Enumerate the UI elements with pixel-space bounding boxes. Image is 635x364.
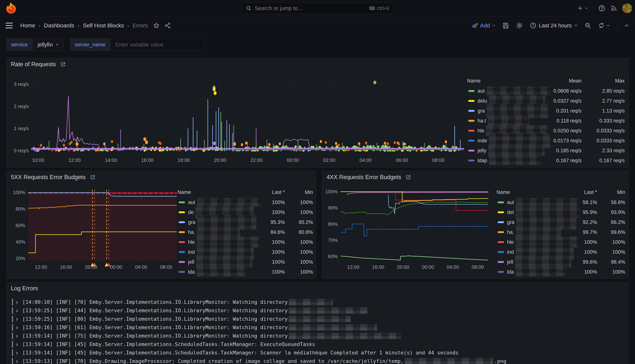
series-name-prefix: gra xyxy=(188,220,195,225)
legend-series-name[interactable]: aut xyxy=(467,87,532,95)
legend-series-name[interactable]: jell xyxy=(496,256,565,268)
legend-row[interactable]: ldap0.167 req/s0.167 req/s xyxy=(467,156,625,166)
external-link-icon[interactable] xyxy=(60,61,66,67)
legend-row[interactable]: inde0.0173 req/s0.0333 req/s xyxy=(467,136,625,146)
legend-col-name[interactable]: Name xyxy=(178,190,253,195)
series-name-prefix: aut xyxy=(478,88,485,94)
legend-row[interactable]: aut100%100% xyxy=(178,197,313,207)
chart-canvas[interactable] xyxy=(341,190,488,261)
log-line[interactable]: ›[13:59:13] [INF] [70] Emby.Drawing.Imag… xyxy=(12,357,625,364)
time-range-picker[interactable]: Last 24 hours xyxy=(530,22,578,29)
panel-title[interactable]: Rate of Requests xyxy=(11,61,56,68)
y-axis-tick-label: 60% xyxy=(328,253,338,259)
expand-log-icon[interactable]: › xyxy=(16,298,22,306)
legend-row[interactable]: gra0.201 req/s1.13 req/s xyxy=(467,106,625,116)
external-link-icon[interactable] xyxy=(405,174,411,180)
save-dashboard-button[interactable] xyxy=(502,22,509,29)
legend-series-name[interactable]: aut xyxy=(496,198,565,206)
legend-row[interactable]: lda100%100% xyxy=(178,267,313,277)
variable-picker-service[interactable]: jellyfin xyxy=(33,38,64,51)
chart-canvas[interactable] xyxy=(32,74,463,154)
legend-col-last[interactable]: Last * xyxy=(565,190,597,195)
legend-value: 84.6% xyxy=(253,229,285,235)
legend-series-name[interactable]: lda xyxy=(496,268,565,276)
legend-col-min[interactable]: Min xyxy=(285,190,313,195)
fivexx-chart[interactable]: 20%40%60%80%100%12:0016:0020:0000:0004:0… xyxy=(28,190,177,261)
search-input[interactable]: Search or jump to... ctrl+k xyxy=(242,2,393,14)
legend-row[interactable]: jell99.6%98.4% xyxy=(496,257,625,267)
breadcrumb-home[interactable]: Home xyxy=(20,22,35,29)
legend-row[interactable]: ind100%100% xyxy=(496,247,625,257)
news-button[interactable] xyxy=(610,5,617,12)
series-name-prefix: gra xyxy=(507,220,514,225)
log-line[interactable]: ›[13:59:14] [INF] [45] Emby.Server.Imple… xyxy=(12,348,625,357)
expand-log-icon[interactable]: › xyxy=(16,341,22,348)
legend-col-last[interactable]: Last * xyxy=(253,190,285,195)
fourxx-chart[interactable]: 60%70%80%90%100%12:0016:0020:0000:0004:0… xyxy=(341,190,488,261)
log-line[interactable]: ›[13:59:16] [INF] [61] Emby.Server.Imple… xyxy=(12,323,625,332)
star-icon[interactable] xyxy=(153,22,160,29)
expand-log-icon[interactable]: › xyxy=(16,349,22,356)
legend-col-min[interactable]: Min xyxy=(597,190,625,195)
legend-col-name[interactable]: Name xyxy=(467,78,532,84)
expand-log-icon[interactable]: › xyxy=(16,358,22,364)
expand-log-icon[interactable]: › xyxy=(16,332,22,339)
legend-series-name[interactable]: lda xyxy=(178,268,253,276)
log-line[interactable]: ›[13:59:25] [INF] [44] Emby.Server.Imple… xyxy=(12,306,625,315)
grafana-logo[interactable] xyxy=(5,2,17,14)
log-line[interactable]: ›[13:59:25] [INF] [80] Emby.Server.Imple… xyxy=(12,315,625,323)
breadcrumb: Home › Dashboards › Self Host Blocks › E… xyxy=(20,22,148,29)
x-axis-tick-label: 20:00 xyxy=(85,264,97,270)
new-menu-button[interactable] xyxy=(577,6,588,11)
series-name-prefix: hle xyxy=(507,239,514,245)
legend-row[interactable]: lda100%100% xyxy=(496,267,625,277)
dashboard-settings-button[interactable] xyxy=(516,22,523,29)
legend-series-name[interactable]: jell xyxy=(178,256,253,268)
expand-log-icon[interactable]: › xyxy=(16,316,22,322)
panel-title[interactable]: Log Errors xyxy=(11,285,38,292)
legend-row[interactable]: ha.99.7%99.6% xyxy=(496,227,625,237)
legend-col-mean[interactable]: Mean xyxy=(532,78,581,84)
menu-toggle-icon[interactable] xyxy=(6,23,13,28)
breadcrumb-folder[interactable]: Self Host Blocks xyxy=(83,22,124,29)
x-axis-tick-label: 12:00 xyxy=(69,157,81,163)
legend-row[interactable]: aut0.0608 req/s2.85 req/s xyxy=(467,86,625,96)
chevron-down-icon xyxy=(574,24,578,28)
panel-title[interactable]: 4XX Requests Error Budgets xyxy=(327,174,401,180)
rate-legend: NameMeanMaxaut0.0608 req/s2.85 req/sdelu… xyxy=(467,76,625,166)
legend-series-name[interactable]: ldap xyxy=(467,156,532,165)
legend-row[interactable]: gra92.2%86.2% xyxy=(496,217,625,227)
breadcrumb-dashboards[interactable]: Dashboards xyxy=(44,22,74,29)
legend-col-max[interactable]: Max xyxy=(581,78,625,84)
log-line[interactable]: ›[13:59:14] [INF] [45] Emby.Server.Imple… xyxy=(12,340,625,348)
legend-row[interactable]: jell100%100% xyxy=(178,257,313,267)
rate-chart[interactable]: 0 req/s1 req/s2 req/s3 req/s10:0012:0014… xyxy=(32,74,463,154)
legend-row[interactable]: aut58.1%56.8% xyxy=(496,197,625,207)
expand-log-icon[interactable]: › xyxy=(16,307,22,314)
series-color-marker xyxy=(179,251,185,253)
log-message: [13:59:25] [INF] [44] Emby.Server.Implem… xyxy=(22,308,288,313)
log-message: [14:00:10] [INF] [70] Emby.Server.Implem… xyxy=(22,299,288,305)
legend-series-name[interactable]: jelly xyxy=(467,145,532,156)
panel-title[interactable]: 5XX Requests Error Budgets xyxy=(11,174,86,180)
legend-series-name[interactable]: aut xyxy=(178,198,253,206)
x-axis-tick-label: 20:00 xyxy=(214,157,226,163)
user-avatar[interactable] xyxy=(622,4,632,13)
help-button[interactable] xyxy=(598,5,605,12)
log-level-bar xyxy=(12,316,13,322)
legend-col-name[interactable]: Name xyxy=(496,190,565,195)
expand-log-icon[interactable]: › xyxy=(16,324,22,331)
share-icon[interactable] xyxy=(164,22,171,29)
add-button[interactable]: Add xyxy=(472,22,496,29)
collapse-toolbar-button[interactable] xyxy=(624,23,629,28)
external-link-icon[interactable] xyxy=(90,174,96,180)
log-line[interactable]: ›[14:00:10] [INF] [70] Emby.Server.Imple… xyxy=(12,298,625,306)
variable-input-server-name[interactable]: Enter variable value xyxy=(111,38,205,51)
refresh-button[interactable] xyxy=(598,22,610,29)
legend-row[interactable]: ind100%100% xyxy=(178,247,313,257)
fourxx-legend: NameLast *Minaut58.1%56.8%del95.9%93.9%g… xyxy=(496,187,625,277)
chart-canvas[interactable] xyxy=(28,190,177,261)
zoom-out-button[interactable] xyxy=(584,22,591,29)
log-line[interactable]: ›[13:59:14] [INF] [75] Emby.Server.Imple… xyxy=(12,332,625,340)
legend-row[interactable]: gra95.3%95.2% xyxy=(178,217,313,227)
